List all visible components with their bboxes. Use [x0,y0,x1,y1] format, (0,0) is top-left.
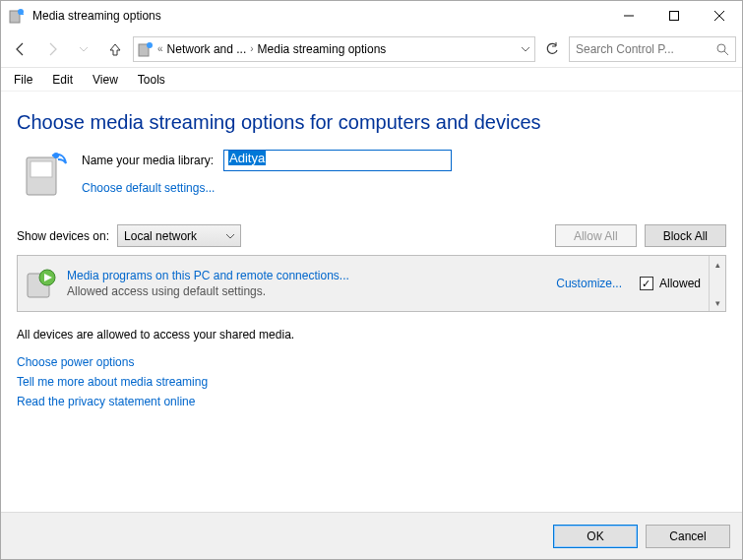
show-devices-value: Local network [124,229,197,243]
search-input[interactable]: Search Control P... [569,36,736,62]
breadcrumb-item[interactable]: Network and ... [167,42,247,56]
media-library-icon [23,150,70,197]
breadcrumb-chevron-icon: « [157,43,163,54]
window-frame: Media streaming options « Network and ..… [0,0,743,560]
show-devices-select[interactable]: Local network [117,224,241,247]
svg-point-9 [717,44,725,52]
svg-rect-12 [31,161,52,177]
device-title-link[interactable]: Media programs on this PC and remote con… [67,269,546,282]
menu-view[interactable]: View [84,71,127,89]
svg-point-13 [53,153,59,158]
menu-bar: File Edit View Tools [1,68,742,92]
scroll-down-icon[interactable]: ▾ [710,294,725,311]
library-name-label: Name your media library: [82,154,214,167]
content-area: Choose media streaming options for compu… [1,92,742,512]
customize-link[interactable]: Customize... [556,277,622,290]
chevron-right-icon: › [250,43,253,54]
title-bar: Media streaming options [1,1,742,31]
app-icon [9,8,25,24]
search-icon [715,42,729,56]
breadcrumb-bar[interactable]: « Network and ... › Media streaming opti… [133,36,535,62]
up-button[interactable] [101,35,129,63]
scroll-up-icon[interactable]: ▴ [710,256,725,273]
close-button[interactable] [697,1,742,31]
menu-file[interactable]: File [5,71,41,89]
window-title: Media streaming options [32,9,606,23]
allowed-checkbox[interactable]: ✓ [640,277,653,290]
chevron-down-icon [226,232,234,240]
breadcrumb-dropdown[interactable] [521,44,530,54]
library-name-value: Aditya [228,151,266,165]
footer-bar: OK Cancel [1,512,742,559]
forward-button[interactable] [38,35,66,63]
control-panel-icon [138,41,154,57]
recent-dropdown[interactable] [70,35,97,63]
refresh-button[interactable] [539,36,565,62]
allow-all-button[interactable]: Allow All [555,224,637,247]
svg-rect-4 [670,12,679,21]
device-list: Media programs on this PC and remote con… [17,255,726,312]
svg-line-10 [724,51,728,55]
back-button[interactable] [7,35,34,63]
library-name-input[interactable]: Aditya [223,150,452,171]
svg-rect-2 [19,14,24,15]
choose-default-settings-link[interactable]: Choose default settings... [82,181,452,195]
show-devices-label: Show devices on: [17,229,109,243]
privacy-link[interactable]: Read the privacy statement online [17,395,726,408]
minimize-button[interactable] [606,1,651,31]
maximize-button[interactable] [651,1,697,31]
device-icon [26,268,57,299]
cancel-button[interactable]: Cancel [646,525,730,548]
status-text: All devices are allowed to access your s… [17,328,726,342]
scrollbar[interactable]: ▴ ▾ [709,256,725,311]
breadcrumb-item[interactable]: Media streaming options [258,42,387,56]
search-placeholder: Search Control P... [576,42,715,56]
block-all-button[interactable]: Block All [645,224,726,247]
menu-tools[interactable]: Tools [129,71,174,89]
more-info-link[interactable]: Tell me more about media streaming [17,375,726,389]
ok-button[interactable]: OK [553,525,638,548]
page-heading: Choose media streaming options for compu… [17,111,726,134]
svg-point-8 [147,42,153,48]
power-options-link[interactable]: Choose power options [17,355,726,369]
allowed-label: Allowed [659,277,701,290]
device-subtext: Allowed access using default settings. [67,284,546,298]
nav-toolbar: « Network and ... › Media streaming opti… [1,31,742,68]
menu-edit[interactable]: Edit [43,71,82,89]
